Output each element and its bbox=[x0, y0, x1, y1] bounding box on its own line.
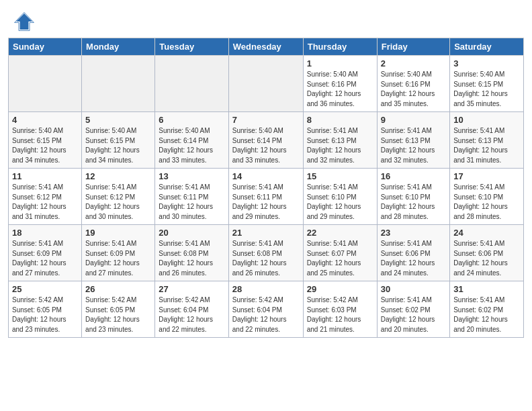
day-info: Sunrise: 5:41 AM Sunset: 6:06 PM Dayligh… bbox=[381, 239, 447, 278]
day-number: 12 bbox=[85, 171, 151, 181]
day-info: Sunrise: 5:41 AM Sunset: 6:09 PM Dayligh… bbox=[85, 239, 151, 278]
day-info: Sunrise: 5:42 AM Sunset: 6:04 PM Dayligh… bbox=[232, 295, 300, 334]
day-info: Sunrise: 5:41 AM Sunset: 6:02 PM Dayligh… bbox=[381, 295, 447, 334]
day-info: Sunrise: 5:41 AM Sunset: 6:11 PM Dayligh… bbox=[159, 183, 224, 222]
calendar-table: SundayMondayTuesdayWednesdayThursdayFrid… bbox=[8, 38, 524, 338]
day-number: 24 bbox=[453, 228, 520, 238]
calendar-day-cell: 29Sunrise: 5:42 AM Sunset: 6:03 PM Dayli… bbox=[303, 281, 377, 338]
day-number: 19 bbox=[85, 228, 151, 238]
calendar-day-cell: 16Sunrise: 5:41 AM Sunset: 6:10 PM Dayli… bbox=[377, 169, 450, 225]
calendar-header-cell: Friday bbox=[377, 38, 450, 56]
day-info: Sunrise: 5:41 AM Sunset: 6:13 PM Dayligh… bbox=[307, 126, 373, 165]
calendar-day-cell: 22Sunrise: 5:41 AM Sunset: 6:07 PM Dayli… bbox=[303, 225, 377, 281]
day-info: Sunrise: 5:42 AM Sunset: 6:03 PM Dayligh… bbox=[307, 295, 373, 334]
logo-icon bbox=[13, 11, 35, 32]
calendar-day-cell: 25Sunrise: 5:42 AM Sunset: 6:05 PM Dayli… bbox=[9, 281, 82, 338]
day-info: Sunrise: 5:41 AM Sunset: 6:09 PM Dayligh… bbox=[12, 239, 78, 278]
calendar-day-cell: 28Sunrise: 5:42 AM Sunset: 6:04 PM Dayli… bbox=[228, 281, 303, 338]
day-number: 25 bbox=[12, 284, 78, 294]
day-number: 14 bbox=[232, 171, 300, 181]
calendar-header-cell: Sunday bbox=[9, 38, 82, 56]
calendar-day-cell: 31Sunrise: 5:41 AM Sunset: 6:02 PM Dayli… bbox=[450, 281, 524, 338]
day-number: 1 bbox=[307, 58, 373, 68]
calendar-day-cell: 10Sunrise: 5:41 AM Sunset: 6:13 PM Dayli… bbox=[450, 112, 524, 169]
day-info: Sunrise: 5:41 AM Sunset: 6:08 PM Dayligh… bbox=[232, 239, 300, 278]
day-number: 30 bbox=[381, 284, 447, 294]
calendar-day-cell: 20Sunrise: 5:41 AM Sunset: 6:08 PM Dayli… bbox=[155, 225, 228, 281]
day-number: 21 bbox=[232, 228, 300, 238]
calendar-day-cell: 18Sunrise: 5:41 AM Sunset: 6:09 PM Dayli… bbox=[9, 225, 82, 281]
day-number: 4 bbox=[12, 115, 78, 125]
day-info: Sunrise: 5:41 AM Sunset: 6:12 PM Dayligh… bbox=[12, 183, 78, 222]
calendar-day-cell: 3Sunrise: 5:40 AM Sunset: 6:15 PM Daylig… bbox=[450, 56, 524, 112]
day-info: Sunrise: 5:41 AM Sunset: 6:10 PM Dayligh… bbox=[453, 183, 520, 222]
calendar-day-cell: 8Sunrise: 5:41 AM Sunset: 6:13 PM Daylig… bbox=[303, 112, 377, 169]
day-number: 28 bbox=[232, 284, 300, 294]
day-info: Sunrise: 5:41 AM Sunset: 6:12 PM Dayligh… bbox=[85, 183, 151, 222]
day-info: Sunrise: 5:42 AM Sunset: 6:05 PM Dayligh… bbox=[12, 295, 78, 334]
calendar-week-row: 1Sunrise: 5:40 AM Sunset: 6:16 PM Daylig… bbox=[9, 56, 524, 112]
calendar-day-cell: 27Sunrise: 5:42 AM Sunset: 6:04 PM Dayli… bbox=[155, 281, 228, 338]
day-info: Sunrise: 5:41 AM Sunset: 6:13 PM Dayligh… bbox=[453, 126, 520, 165]
calendar-header-cell: Wednesday bbox=[228, 38, 303, 56]
day-info: Sunrise: 5:42 AM Sunset: 6:05 PM Dayligh… bbox=[85, 295, 151, 334]
day-number: 17 bbox=[453, 171, 520, 181]
calendar-day-cell: 6Sunrise: 5:40 AM Sunset: 6:14 PM Daylig… bbox=[155, 112, 228, 169]
day-number: 5 bbox=[85, 115, 151, 125]
calendar-day-cell: 17Sunrise: 5:41 AM Sunset: 6:10 PM Dayli… bbox=[450, 169, 524, 225]
calendar-week-row: 4Sunrise: 5:40 AM Sunset: 6:15 PM Daylig… bbox=[9, 112, 524, 169]
day-number: 6 bbox=[159, 115, 224, 125]
calendar-day-cell bbox=[82, 56, 155, 112]
calendar-day-cell: 1Sunrise: 5:40 AM Sunset: 6:16 PM Daylig… bbox=[303, 56, 377, 112]
day-number: 9 bbox=[381, 115, 447, 125]
calendar-day-cell: 13Sunrise: 5:41 AM Sunset: 6:11 PM Dayli… bbox=[155, 169, 228, 225]
calendar-day-cell: 23Sunrise: 5:41 AM Sunset: 6:06 PM Dayli… bbox=[377, 225, 450, 281]
day-info: Sunrise: 5:41 AM Sunset: 6:11 PM Dayligh… bbox=[232, 183, 300, 222]
calendar-day-cell: 4Sunrise: 5:40 AM Sunset: 6:15 PM Daylig… bbox=[9, 112, 82, 169]
calendar-day-cell: 12Sunrise: 5:41 AM Sunset: 6:12 PM Dayli… bbox=[82, 169, 155, 225]
day-info: Sunrise: 5:40 AM Sunset: 6:16 PM Dayligh… bbox=[307, 70, 373, 109]
calendar-header-cell: Thursday bbox=[303, 38, 377, 56]
calendar-day-cell: 30Sunrise: 5:41 AM Sunset: 6:02 PM Dayli… bbox=[377, 281, 450, 338]
calendar-day-cell: 19Sunrise: 5:41 AM Sunset: 6:09 PM Dayli… bbox=[82, 225, 155, 281]
day-info: Sunrise: 5:41 AM Sunset: 6:10 PM Dayligh… bbox=[307, 183, 373, 222]
day-number: 31 bbox=[453, 284, 520, 294]
day-info: Sunrise: 5:40 AM Sunset: 6:14 PM Dayligh… bbox=[159, 126, 224, 165]
day-number: 8 bbox=[307, 115, 373, 125]
calendar-day-cell: 9Sunrise: 5:41 AM Sunset: 6:13 PM Daylig… bbox=[377, 112, 450, 169]
calendar-header-row: SundayMondayTuesdayWednesdayThursdayFrid… bbox=[9, 38, 524, 56]
day-info: Sunrise: 5:41 AM Sunset: 6:06 PM Dayligh… bbox=[453, 239, 520, 278]
calendar-day-cell bbox=[155, 56, 228, 112]
calendar-day-cell: 14Sunrise: 5:41 AM Sunset: 6:11 PM Dayli… bbox=[228, 169, 303, 225]
day-number: 16 bbox=[381, 171, 447, 181]
day-number: 13 bbox=[159, 171, 224, 181]
calendar-day-cell bbox=[228, 56, 303, 112]
calendar-week-row: 18Sunrise: 5:41 AM Sunset: 6:09 PM Dayli… bbox=[9, 225, 524, 281]
calendar-day-cell: 5Sunrise: 5:40 AM Sunset: 6:15 PM Daylig… bbox=[82, 112, 155, 169]
day-number: 26 bbox=[85, 284, 151, 294]
page-header bbox=[0, 0, 532, 38]
calendar-body: 1Sunrise: 5:40 AM Sunset: 6:16 PM Daylig… bbox=[9, 56, 524, 338]
day-info: Sunrise: 5:40 AM Sunset: 6:14 PM Dayligh… bbox=[232, 126, 300, 165]
day-number: 18 bbox=[12, 228, 78, 238]
day-number: 15 bbox=[307, 171, 373, 181]
calendar-header-cell: Monday bbox=[82, 38, 155, 56]
calendar-day-cell: 26Sunrise: 5:42 AM Sunset: 6:05 PM Dayli… bbox=[82, 281, 155, 338]
calendar-day-cell: 2Sunrise: 5:40 AM Sunset: 6:16 PM Daylig… bbox=[377, 56, 450, 112]
calendar-day-cell: 24Sunrise: 5:41 AM Sunset: 6:06 PM Dayli… bbox=[450, 225, 524, 281]
calendar-week-row: 11Sunrise: 5:41 AM Sunset: 6:12 PM Dayli… bbox=[9, 169, 524, 225]
calendar-week-row: 25Sunrise: 5:42 AM Sunset: 6:05 PM Dayli… bbox=[9, 281, 524, 338]
calendar-day-cell: 15Sunrise: 5:41 AM Sunset: 6:10 PM Dayli… bbox=[303, 169, 377, 225]
calendar-day-cell: 11Sunrise: 5:41 AM Sunset: 6:12 PM Dayli… bbox=[9, 169, 82, 225]
day-number: 11 bbox=[12, 171, 78, 181]
day-info: Sunrise: 5:41 AM Sunset: 6:10 PM Dayligh… bbox=[381, 183, 447, 222]
calendar-header-cell: Tuesday bbox=[155, 38, 228, 56]
day-info: Sunrise: 5:40 AM Sunset: 6:15 PM Dayligh… bbox=[453, 70, 520, 109]
day-number: 22 bbox=[307, 228, 373, 238]
day-number: 20 bbox=[159, 228, 224, 238]
day-number: 3 bbox=[453, 58, 520, 68]
day-info: Sunrise: 5:41 AM Sunset: 6:08 PM Dayligh… bbox=[159, 239, 224, 278]
calendar-wrapper: SundayMondayTuesdayWednesdayThursdayFrid… bbox=[0, 38, 532, 346]
day-info: Sunrise: 5:41 AM Sunset: 6:02 PM Dayligh… bbox=[453, 295, 520, 334]
day-info: Sunrise: 5:41 AM Sunset: 6:13 PM Dayligh… bbox=[381, 126, 447, 165]
